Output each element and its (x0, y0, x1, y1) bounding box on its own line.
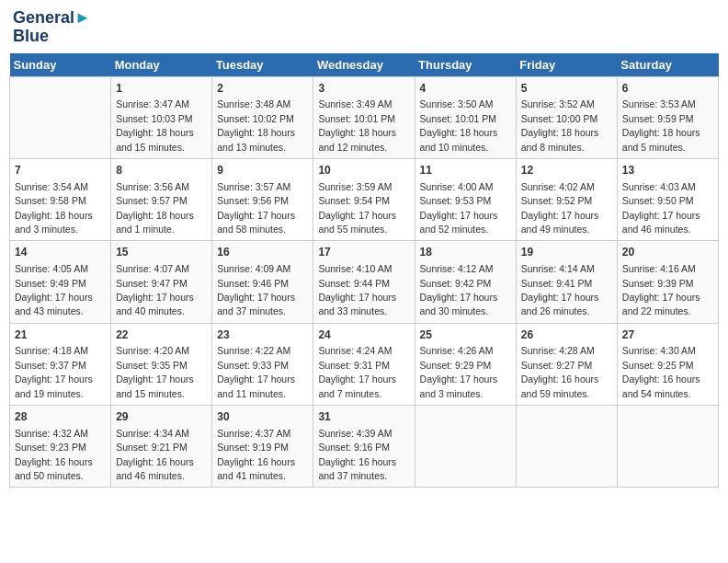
day-number: 17 (318, 245, 409, 260)
day-number: 15 (116, 245, 207, 260)
calendar-week-2: 7Sunrise: 3:54 AM Sunset: 9:58 PM Daylig… (10, 158, 719, 240)
day-number: 30 (217, 409, 308, 425)
calendar-cell: 31Sunrise: 4:39 AM Sunset: 9:16 PM Dayli… (313, 406, 415, 488)
day-number: 2 (217, 81, 308, 97)
day-number: 1 (116, 81, 207, 97)
day-info: Sunrise: 4:26 AM Sunset: 9:29 PM Dayligh… (420, 345, 498, 398)
day-info: Sunrise: 4:16 AM Sunset: 9:39 PM Dayligh… (622, 263, 700, 316)
day-number: 12 (521, 163, 612, 178)
calendar-cell: 29Sunrise: 4:34 AM Sunset: 9:21 PM Dayli… (111, 406, 212, 488)
day-number: 4 (420, 81, 511, 97)
calendar-cell: 25Sunrise: 4:26 AM Sunset: 9:29 PM Dayli… (415, 323, 516, 405)
day-number: 21 (15, 327, 106, 343)
calendar-cell: 5Sunrise: 3:52 AM Sunset: 10:00 PM Dayli… (516, 76, 617, 158)
calendar-week-5: 28Sunrise: 4:32 AM Sunset: 9:23 PM Dayli… (10, 406, 719, 488)
day-number: 14 (15, 245, 106, 260)
day-info: Sunrise: 3:56 AM Sunset: 9:57 PM Dayligh… (116, 181, 194, 235)
calendar-cell: 19Sunrise: 4:14 AM Sunset: 9:41 PM Dayli… (516, 241, 617, 323)
day-number: 3 (318, 81, 409, 97)
day-info: Sunrise: 4:12 AM Sunset: 9:42 PM Dayligh… (420, 263, 498, 316)
col-header-sunday: Sunday (10, 53, 111, 77)
col-header-thursday: Thursday (415, 53, 516, 77)
day-info: Sunrise: 4:03 AM Sunset: 9:50 PM Dayligh… (622, 181, 700, 235)
calendar-table: SundayMondayTuesdayWednesdayThursdayFrid… (9, 53, 719, 488)
col-header-saturday: Saturday (617, 53, 718, 77)
calendar-cell (617, 406, 718, 488)
day-info: Sunrise: 4:10 AM Sunset: 9:44 PM Dayligh… (318, 263, 396, 316)
calendar-cell (415, 406, 516, 488)
calendar-cell: 28Sunrise: 4:32 AM Sunset: 9:23 PM Dayli… (10, 406, 111, 488)
calendar-week-3: 14Sunrise: 4:05 AM Sunset: 9:49 PM Dayli… (10, 241, 719, 323)
day-number: 31 (318, 409, 409, 425)
calendar-cell: 11Sunrise: 4:00 AM Sunset: 9:53 PM Dayli… (415, 158, 516, 240)
day-info: Sunrise: 4:18 AM Sunset: 9:37 PM Dayligh… (15, 345, 93, 398)
col-header-friday: Friday (516, 53, 617, 77)
day-info: Sunrise: 3:54 AM Sunset: 9:58 PM Dayligh… (15, 181, 93, 235)
day-info: Sunrise: 4:09 AM Sunset: 9:46 PM Dayligh… (217, 263, 295, 316)
day-info: Sunrise: 4:07 AM Sunset: 9:47 PM Dayligh… (116, 263, 194, 316)
day-number: 19 (521, 245, 612, 260)
calendar-cell: 13Sunrise: 4:03 AM Sunset: 9:50 PM Dayli… (617, 158, 718, 240)
day-number: 16 (217, 245, 308, 260)
calendar-cell: 12Sunrise: 4:02 AM Sunset: 9:52 PM Dayli… (516, 158, 617, 240)
day-number: 29 (116, 409, 207, 425)
day-number: 13 (622, 163, 713, 178)
day-info: Sunrise: 4:30 AM Sunset: 9:25 PM Dayligh… (622, 345, 700, 398)
calendar-cell: 30Sunrise: 4:37 AM Sunset: 9:19 PM Dayli… (212, 406, 313, 488)
day-info: Sunrise: 4:05 AM Sunset: 9:49 PM Dayligh… (15, 263, 93, 316)
calendar-cell: 3Sunrise: 3:49 AM Sunset: 10:01 PM Dayli… (313, 76, 415, 158)
day-info: Sunrise: 4:00 AM Sunset: 9:53 PM Dayligh… (420, 181, 498, 235)
calendar-cell: 1Sunrise: 3:47 AM Sunset: 10:03 PM Dayli… (111, 76, 212, 158)
day-info: Sunrise: 4:20 AM Sunset: 9:35 PM Dayligh… (116, 345, 194, 398)
day-info: Sunrise: 3:57 AM Sunset: 9:56 PM Dayligh… (217, 181, 295, 235)
day-number: 25 (420, 327, 511, 343)
page-header: General►Blue (9, 9, 719, 46)
calendar-cell: 6Sunrise: 3:53 AM Sunset: 9:59 PM Daylig… (617, 76, 718, 158)
calendar-cell: 10Sunrise: 3:59 AM Sunset: 9:54 PM Dayli… (313, 158, 415, 240)
calendar-cell: 23Sunrise: 4:22 AM Sunset: 9:33 PM Dayli… (212, 323, 313, 405)
logo-text: General►Blue (13, 9, 91, 46)
calendar-cell: 4Sunrise: 3:50 AM Sunset: 10:01 PM Dayli… (415, 76, 516, 158)
day-number: 10 (318, 163, 409, 178)
day-number: 24 (318, 327, 409, 343)
day-info: Sunrise: 3:47 AM Sunset: 10:03 PM Daylig… (116, 98, 194, 152)
col-header-monday: Monday (111, 53, 212, 77)
calendar-cell (10, 76, 111, 158)
day-number: 27 (622, 327, 713, 343)
day-info: Sunrise: 4:28 AM Sunset: 9:27 PM Dayligh… (521, 345, 599, 398)
day-info: Sunrise: 3:48 AM Sunset: 10:02 PM Daylig… (217, 98, 295, 152)
day-info: Sunrise: 4:14 AM Sunset: 9:41 PM Dayligh… (521, 263, 599, 316)
calendar-cell: 7Sunrise: 3:54 AM Sunset: 9:58 PM Daylig… (10, 158, 111, 240)
calendar-cell: 18Sunrise: 4:12 AM Sunset: 9:42 PM Dayli… (415, 241, 516, 323)
day-info: Sunrise: 4:37 AM Sunset: 9:19 PM Dayligh… (217, 428, 295, 481)
day-number: 28 (15, 409, 106, 425)
calendar-cell: 8Sunrise: 3:56 AM Sunset: 9:57 PM Daylig… (111, 158, 212, 240)
calendar-week-4: 21Sunrise: 4:18 AM Sunset: 9:37 PM Dayli… (10, 323, 719, 405)
calendar-cell: 27Sunrise: 4:30 AM Sunset: 9:25 PM Dayli… (617, 323, 718, 405)
day-info: Sunrise: 3:53 AM Sunset: 9:59 PM Dayligh… (622, 98, 700, 152)
day-number: 11 (420, 163, 511, 178)
day-info: Sunrise: 4:22 AM Sunset: 9:33 PM Dayligh… (217, 345, 295, 398)
day-info: Sunrise: 4:39 AM Sunset: 9:16 PM Dayligh… (318, 428, 396, 481)
day-number: 26 (521, 327, 612, 343)
day-info: Sunrise: 4:32 AM Sunset: 9:23 PM Dayligh… (15, 428, 93, 481)
calendar-cell: 15Sunrise: 4:07 AM Sunset: 9:47 PM Dayli… (111, 241, 212, 323)
day-number: 20 (622, 245, 713, 260)
calendar-cell: 22Sunrise: 4:20 AM Sunset: 9:35 PM Dayli… (111, 323, 212, 405)
day-number: 22 (116, 327, 207, 343)
calendar-cell: 17Sunrise: 4:10 AM Sunset: 9:44 PM Dayli… (313, 241, 415, 323)
calendar-cell: 14Sunrise: 4:05 AM Sunset: 9:49 PM Dayli… (10, 241, 111, 323)
calendar-cell: 21Sunrise: 4:18 AM Sunset: 9:37 PM Dayli… (10, 323, 111, 405)
day-info: Sunrise: 3:50 AM Sunset: 10:01 PM Daylig… (420, 98, 498, 152)
calendar-cell: 9Sunrise: 3:57 AM Sunset: 9:56 PM Daylig… (212, 158, 313, 240)
calendar-cell (516, 406, 617, 488)
calendar-cell: 20Sunrise: 4:16 AM Sunset: 9:39 PM Dayli… (617, 241, 718, 323)
day-number: 18 (420, 245, 511, 260)
calendar-week-1: 1Sunrise: 3:47 AM Sunset: 10:03 PM Dayli… (10, 76, 719, 158)
day-info: Sunrise: 3:59 AM Sunset: 9:54 PM Dayligh… (318, 181, 396, 235)
logo: General►Blue (13, 9, 91, 46)
col-header-tuesday: Tuesday (212, 53, 313, 77)
day-number: 9 (217, 163, 308, 178)
day-number: 8 (116, 163, 207, 178)
day-number: 23 (217, 327, 308, 343)
